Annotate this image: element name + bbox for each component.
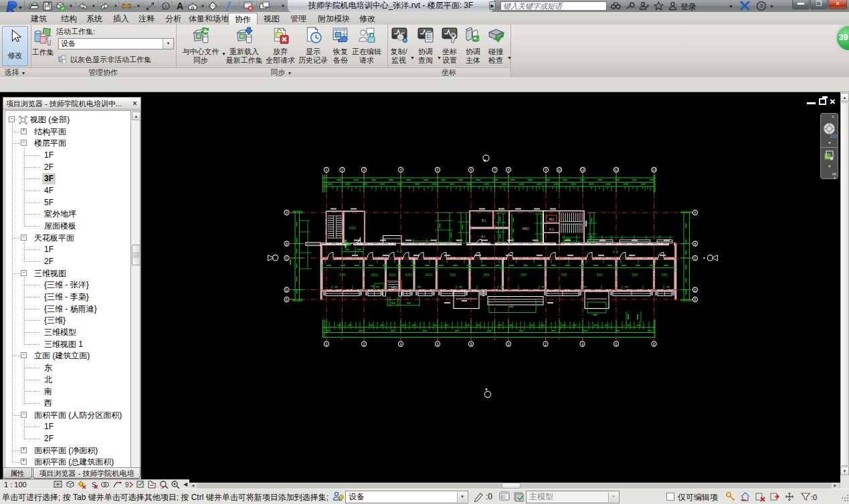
svg-text:?: ? (759, 2, 763, 9)
svg-text:D: D (286, 288, 288, 292)
svg-text:4 t: 4 t (481, 235, 486, 239)
svg-text:2: 2 (545, 342, 547, 346)
svg-text:8: 8 (507, 168, 509, 172)
svg-text:8: 8 (653, 342, 655, 346)
svg-text:1: 1 (325, 168, 327, 172)
svg-text:6: 6 (436, 342, 438, 346)
svg-text:7: 7 (494, 168, 496, 172)
svg-text:4: 4 (399, 342, 401, 346)
svg-text:C: C (694, 256, 696, 260)
svg-text:13: 13 (652, 168, 656, 172)
svg-text:4301: 4301 (425, 273, 432, 277)
svg-text:546: 546 (521, 273, 527, 277)
svg-text:4301: 4301 (349, 226, 356, 230)
svg-text:5 t: 5 t (482, 219, 486, 223)
svg-text:B: B (286, 242, 288, 246)
svg-text:546: 546 (450, 273, 456, 277)
svg-text:6: 6 (615, 342, 617, 346)
svg-text:E: E (694, 297, 696, 301)
svg-text:4301: 4301 (389, 273, 396, 277)
svg-text:9: 9 (545, 168, 547, 172)
svg-text:M印: M印 (523, 227, 529, 231)
svg-text:546: 546 (340, 273, 346, 277)
svg-text:6: 6 (470, 168, 472, 172)
svg-text:A: A (694, 211, 696, 215)
svg-text:8: 8 (470, 342, 472, 346)
svg-text:4301: 4301 (371, 273, 378, 277)
svg-text:12: 12 (614, 168, 618, 172)
svg-text:4.8: 4.8 (397, 249, 403, 253)
svg-text:546: 546 (484, 273, 490, 277)
svg-text:4.1: 4.1 (549, 227, 554, 231)
svg-text:1: 1 (165, 4, 167, 9)
svg-text:10: 10 (557, 168, 561, 172)
svg-text:B: B (694, 242, 696, 246)
svg-text:D: D (694, 288, 696, 292)
svg-text:2: 2 (363, 342, 365, 346)
svg-text:4: 4 (581, 342, 583, 346)
svg-text:4.9: 4.9 (613, 250, 619, 254)
svg-text:2: 2 (341, 168, 343, 172)
svg-text:481: 481 (549, 217, 555, 221)
svg-text:546: 546 (561, 273, 567, 277)
svg-text:546: 546 (632, 273, 638, 277)
svg-text:546: 546 (597, 273, 603, 277)
svg-text:5: 5 (436, 168, 438, 172)
svg-text:C: C (286, 256, 288, 260)
svg-text:A: A (177, 1, 183, 11)
svg-text:E: E (286, 297, 288, 301)
svg-text:4301: 4301 (405, 273, 412, 277)
svg-text:9: 9 (125, 481, 129, 489)
svg-text:0: 0 (325, 342, 327, 346)
svg-text:11: 11 (581, 168, 585, 172)
svg-text:4: 4 (399, 168, 401, 172)
svg-text:546: 546 (662, 273, 668, 277)
svg-text:0: 0 (507, 342, 509, 346)
svg-text:A: A (286, 211, 288, 215)
svg-text:3: 3 (363, 168, 365, 172)
